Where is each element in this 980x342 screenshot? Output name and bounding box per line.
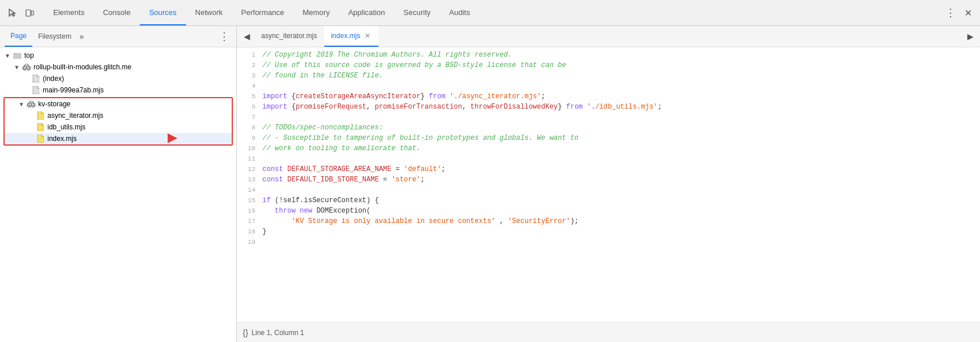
code-line-11: 11	[237, 154, 980, 164]
code-line-5: 5 import {createStorageAreaAsyncIterator…	[237, 91, 980, 102]
nav-left-icon[interactable]: ◀	[239, 29, 254, 44]
code-line-14: 14	[237, 185, 980, 195]
tree-label-idb: idb_utils.mjs	[47, 123, 86, 131]
tree-label-index: (index)	[43, 75, 64, 83]
line-num-15: 15	[237, 195, 262, 206]
line-num-5: 5	[237, 91, 262, 102]
tree-item-main[interactable]: ▶ main-999ea7ab.mjs	[0, 84, 236, 96]
svg-rect-3	[13, 53, 17, 54]
status-bar: {} Line 1, Column 1	[237, 322, 980, 342]
tree-item-idb[interactable]: ▶ idb_utils.mjs	[5, 121, 232, 133]
line-content-12: const DEFAULT_STORAGE_AREA_NAME = 'defau…	[262, 164, 980, 174]
file-icon-idb	[36, 122, 45, 132]
file-tab-async-label: async_iterator.mjs	[261, 32, 317, 40]
line-num-8: 8	[237, 122, 262, 133]
line-num-2: 2	[237, 60, 262, 70]
line-num-19: 19	[237, 237, 262, 247]
code-line-4: 4	[237, 81, 980, 91]
line-num-7: 7	[237, 112, 262, 122]
top-toolbar: Elements Console Sources Network Perform…	[0, 0, 980, 26]
file-icon-async	[36, 111, 45, 120]
line-num-6: 6	[237, 102, 262, 112]
code-editor[interactable]: 1 // Copyright 2019 The Chromium Authors…	[237, 47, 980, 322]
tab-performance[interactable]: Performance	[232, 0, 293, 25]
tab-page[interactable]: Page	[5, 26, 32, 47]
code-line-10: 10 // work on tooling to ameliorate that…	[237, 143, 980, 154]
red-arrow-annotation: ◀	[168, 130, 177, 145]
line-content-1: // Copyright 2019 The Chromium Authors. …	[262, 50, 980, 60]
line-num-10: 10	[237, 143, 262, 154]
tree-item-async[interactable]: ▶ async_iterator.mjs	[5, 110, 232, 121]
close-devtools-icon[interactable]: ✕	[960, 5, 975, 20]
line-num-17: 17	[237, 216, 262, 226]
line-content-10: // work on tooling to ameliorate that.	[262, 143, 980, 154]
tree-item-index-mjs[interactable]: ▶ index.mjs	[5, 133, 232, 144]
code-line-18: 18 }	[237, 226, 980, 237]
cloud-icon-kv	[27, 99, 36, 109]
more-tabs-icon[interactable]: »	[79, 32, 84, 41]
tab-filesystem[interactable]: Filesystem	[32, 26, 77, 47]
code-line-17: 17 'KV Storage is only available in secu…	[237, 216, 980, 226]
more-options-icon[interactable]: ⋮	[943, 5, 958, 20]
code-line-1: 1 // Copyright 2019 The Chromium Authors…	[237, 50, 980, 60]
tree-item-kv[interactable]: ▼ kv-storage	[5, 98, 232, 110]
nav-right-icon[interactable]: ▶	[963, 29, 978, 44]
main-layout: Page Filesystem » ⋮ ▼ top ▼	[0, 26, 980, 342]
inspect-icon[interactable]	[5, 5, 20, 20]
line-content-13: const DEFAULT_IDB_STORE_NAME = 'store';	[262, 174, 980, 185]
code-line-6: 6 import {promiseForRequest, promiseForT…	[237, 102, 980, 112]
line-num-1: 1	[237, 50, 262, 60]
tree-item-top[interactable]: ▼ top	[0, 50, 236, 61]
tree-label-host: rollup-built-in-modules.glitch.me	[34, 63, 131, 71]
toolbar-actions: ⋮ ✕	[943, 5, 975, 20]
left-panel: Page Filesystem » ⋮ ▼ top ▼	[0, 26, 237, 342]
code-line-12: 12 const DEFAULT_STORAGE_AREA_NAME = 'de…	[237, 164, 980, 174]
arrow-host: ▼	[14, 64, 22, 70]
file-tab-close-icon[interactable]: ✕	[363, 32, 372, 40]
line-num-18: 18	[237, 226, 262, 237]
tree-item-index[interactable]: ▶ (index)	[0, 73, 236, 84]
line-num-16: 16	[237, 206, 262, 216]
tab-console[interactable]: Console	[94, 0, 140, 25]
tab-security[interactable]: Security	[394, 0, 440, 25]
line-content-17: 'KV Storage is only available in secure …	[262, 216, 980, 226]
code-line-7: 7	[237, 112, 980, 122]
line-num-13: 13	[237, 174, 262, 185]
left-panel-tabs: Page Filesystem » ⋮	[0, 26, 236, 47]
tab-application[interactable]: Application	[339, 0, 395, 25]
toolbar-icons	[5, 5, 37, 20]
editor-tabs: ◀ async_iterator.mjs index.mjs ✕ ▶	[237, 26, 980, 47]
device-icon[interactable]	[22, 5, 37, 20]
kv-storage-section: ▼ kv-storage ▶	[3, 97, 233, 146]
line-content-6: import {promiseForRequest, promiseForTra…	[262, 102, 980, 112]
line-num-14: 14	[237, 185, 262, 195]
tab-memory[interactable]: Memory	[294, 0, 339, 25]
file-icon-index	[31, 74, 40, 83]
svg-rect-0	[26, 10, 31, 16]
tab-sources[interactable]: Sources	[140, 0, 186, 25]
line-content-8: // TODOs/spec-noncompliances:	[262, 122, 980, 133]
svg-rect-1	[31, 11, 34, 15]
code-line-15: 15 if (!self.isSecureContext) {	[237, 195, 980, 206]
panel-menu-icon[interactable]: ⋮	[217, 28, 232, 45]
line-num-3: 3	[237, 70, 262, 81]
code-line-16: 16 throw new DOMException(	[237, 206, 980, 216]
line-content-15: if (!self.isSecureContext) {	[262, 195, 980, 206]
format-icon[interactable]: {}	[243, 328, 248, 337]
tree-item-host[interactable]: ▼ rollup-built-in-modules.glitch.me	[0, 61, 236, 73]
file-tab-async[interactable]: async_iterator.mjs	[254, 26, 324, 47]
line-num-9: 9	[237, 133, 262, 143]
tab-elements[interactable]: Elements	[44, 0, 94, 25]
line-content-3: // found in the LICENSE file.	[262, 70, 980, 81]
code-line-8: 8 // TODOs/spec-noncompliances:	[237, 122, 980, 133]
folder-icon-top	[13, 51, 22, 60]
code-line-19: 19	[237, 237, 980, 247]
line-content-2: // Use of this source code is governed b…	[262, 60, 980, 70]
tab-audits[interactable]: Audits	[440, 0, 479, 25]
tree-label-main: main-999ea7ab.mjs	[43, 86, 103, 94]
tab-network[interactable]: Network	[186, 0, 232, 25]
line-num-12: 12	[237, 164, 262, 174]
status-position: Line 1, Column 1	[251, 329, 304, 337]
file-tab-index-mjs[interactable]: index.mjs ✕	[324, 26, 379, 47]
tree-label-kv: kv-storage	[38, 100, 70, 108]
